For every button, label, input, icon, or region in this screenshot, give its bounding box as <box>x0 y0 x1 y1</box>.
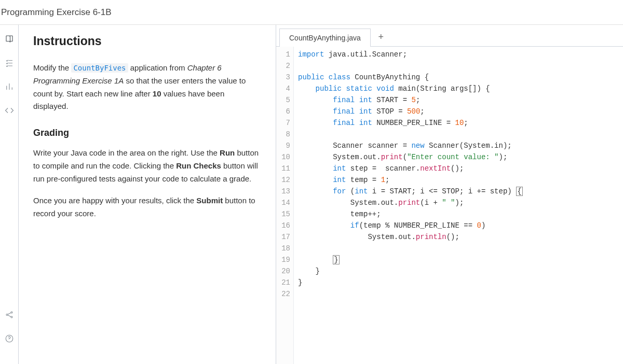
page-title-bar: Programming Exercise 6-1B <box>0 0 623 25</box>
grading-paragraph-1: Write your Java code in the area on the … <box>33 147 261 185</box>
add-tab-button[interactable]: + <box>371 28 391 46</box>
editor-panel: CountByAnything.java + 12345678910111213… <box>276 25 623 364</box>
instructions-panel: Instructions Modify the CountByFives app… <box>19 25 276 364</box>
code-area[interactable]: import java.util.Scanner; public class C… <box>294 47 623 364</box>
code-editor[interactable]: 12345678910111213141516171819202122 impo… <box>276 47 623 364</box>
line-gutter: 12345678910111213141516171819202122 <box>276 47 294 364</box>
grading-paragraph-2: Once you are happy with your results, cl… <box>33 194 261 220</box>
instructions-heading: Instructions <box>33 34 261 48</box>
svg-point-1 <box>11 312 12 313</box>
instructions-paragraph-1: Modify the CountByFives application from… <box>33 62 261 113</box>
tab-file[interactable]: CountByAnything.java <box>279 29 371 47</box>
content-area: Instructions Modify the CountByFives app… <box>19 25 623 364</box>
code-token: CountByFives <box>71 63 128 73</box>
main-area: Instructions Modify the CountByFives app… <box>0 25 623 364</box>
page-title: Programming Exercise 6-1B <box>1 7 112 18</box>
tab-label: CountByAnything.java <box>289 34 361 42</box>
book-icon[interactable] <box>5 34 14 44</box>
bar-chart-icon[interactable] <box>5 82 14 91</box>
code-icon[interactable] <box>5 106 14 115</box>
svg-point-2 <box>11 316 12 318</box>
editor-tabs: CountByAnything.java + <box>276 25 623 47</box>
grading-heading: Grading <box>33 128 261 138</box>
sidebar <box>0 25 19 364</box>
checklist-icon[interactable] <box>5 58 14 67</box>
help-icon[interactable] <box>5 334 14 343</box>
svg-point-0 <box>6 314 8 316</box>
plus-icon: + <box>378 32 384 43</box>
share-icon[interactable] <box>5 310 14 319</box>
